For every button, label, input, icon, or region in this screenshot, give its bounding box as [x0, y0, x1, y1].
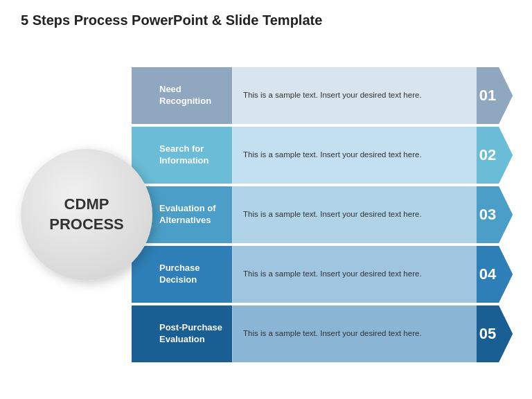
step-label-4: Purchase Decision	[159, 263, 224, 286]
steps-container: Need Recognition This is a sample text. …	[132, 67, 513, 362]
circle-text: CDMP PROCESS	[49, 195, 124, 234]
step-desc-section-5: This is a sample text. Insert your desir…	[232, 305, 477, 362]
step-label-1: Need Recognition	[159, 84, 224, 107]
step-number-3: 03	[479, 207, 496, 222]
step-number-section-5: 05	[477, 305, 513, 362]
step-label-section-1: Need Recognition	[132, 67, 232, 124]
step-desc-3: This is a sample text. Insert your desir…	[243, 209, 422, 220]
step-desc-1: This is a sample text. Insert your desir…	[243, 89, 422, 101]
step-row-2: Search for Information This is a sample …	[132, 127, 513, 184]
step-number-section-1: 01	[477, 67, 513, 124]
step-label-2: Search for Information	[159, 143, 224, 167]
circle-container: CDMP PROCESS	[21, 149, 152, 281]
step-arrow-3: Evaluation of Alternatives This is a sam…	[132, 186, 513, 243]
circle-line1: CDMP	[64, 195, 109, 213]
step-number-2: 02	[479, 148, 496, 163]
step-arrow-2: Search for Information This is a sample …	[132, 127, 513, 184]
step-desc-2: This is a sample text. Insert your desir…	[243, 149, 422, 161]
step-number-4: 04	[479, 267, 496, 282]
step-arrow-1: Need Recognition This is a sample text. …	[132, 67, 513, 124]
main-container: CDMP PROCESS Need Recognition This is a …	[21, 48, 513, 381]
step-label-section-5: Post-Purchase Evaluation	[132, 305, 232, 362]
step-row-5: Post-Purchase Evaluation This is a sampl…	[132, 305, 513, 362]
step-desc-5: This is a sample text. Insert your desir…	[243, 328, 422, 339]
step-desc-section-4: This is a sample text. Insert your desir…	[232, 246, 477, 303]
circle-line2: PROCESS	[49, 215, 124, 233]
step-arrow-4: Purchase Decision This is a sample text.…	[132, 246, 513, 303]
step-desc-4: This is a sample text. Insert your desir…	[243, 268, 422, 280]
step-number-section-4: 04	[477, 246, 513, 303]
step-row-4: Purchase Decision This is a sample text.…	[132, 246, 513, 303]
step-label-3: Evaluation of Alternatives	[159, 203, 224, 227]
step-number-1: 01	[479, 88, 496, 103]
step-arrow-5: Post-Purchase Evaluation This is a sampl…	[132, 305, 513, 362]
page-title: 5 Steps Process PowerPoint & Slide Templ…	[21, 12, 322, 28]
step-row-1: Need Recognition This is a sample text. …	[132, 67, 513, 124]
step-number-section-3: 03	[477, 186, 513, 243]
circle: CDMP PROCESS	[21, 149, 152, 281]
step-row-3: Evaluation of Alternatives This is a sam…	[132, 186, 513, 243]
step-desc-section-2: This is a sample text. Insert your desir…	[232, 127, 477, 184]
step-label-5: Post-Purchase Evaluation	[159, 322, 224, 346]
step-number-section-2: 02	[477, 127, 513, 184]
step-number-5: 05	[479, 326, 496, 342]
step-desc-section-1: This is a sample text. Insert your desir…	[232, 67, 477, 124]
step-desc-section-3: This is a sample text. Insert your desir…	[232, 186, 477, 243]
